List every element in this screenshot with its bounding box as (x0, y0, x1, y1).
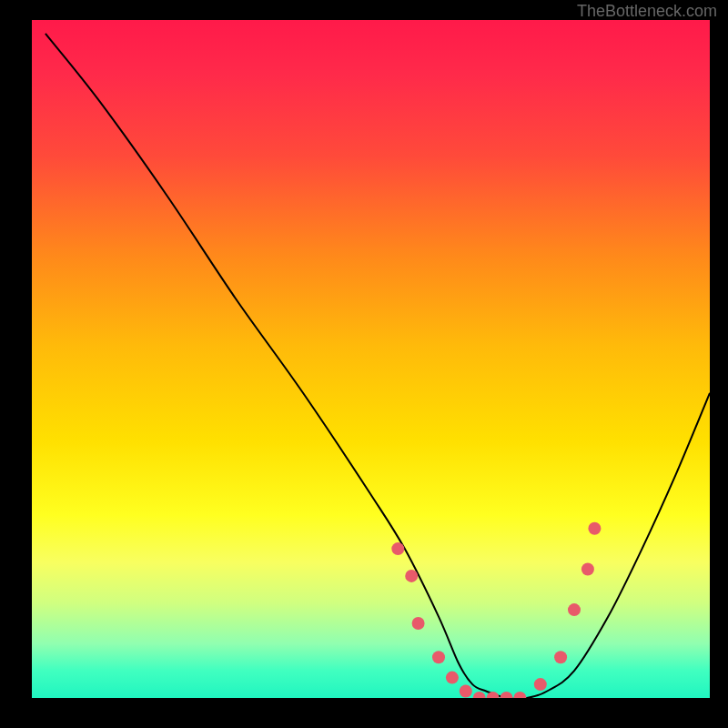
scatter-dot (432, 651, 445, 663)
watermark-text: TheBottleneck.com (577, 2, 717, 21)
scatter-dot (588, 522, 601, 535)
scatter-dot (513, 692, 526, 698)
scatter-dot (500, 692, 513, 698)
chart-svg (32, 20, 710, 698)
scatter-dot (391, 542, 404, 555)
scatter-dot (473, 692, 486, 698)
scatter-dot (460, 685, 472, 698)
scatter-dot (554, 651, 567, 663)
curve-line (46, 34, 710, 698)
scatter-dot (568, 603, 581, 616)
scatter-dots (391, 522, 601, 698)
scatter-dot (534, 678, 547, 691)
scatter-dot (405, 570, 418, 582)
scatter-dot (581, 563, 594, 576)
scatter-dot (412, 617, 425, 630)
chart-plot-area (32, 20, 710, 698)
scatter-dot (446, 672, 459, 684)
